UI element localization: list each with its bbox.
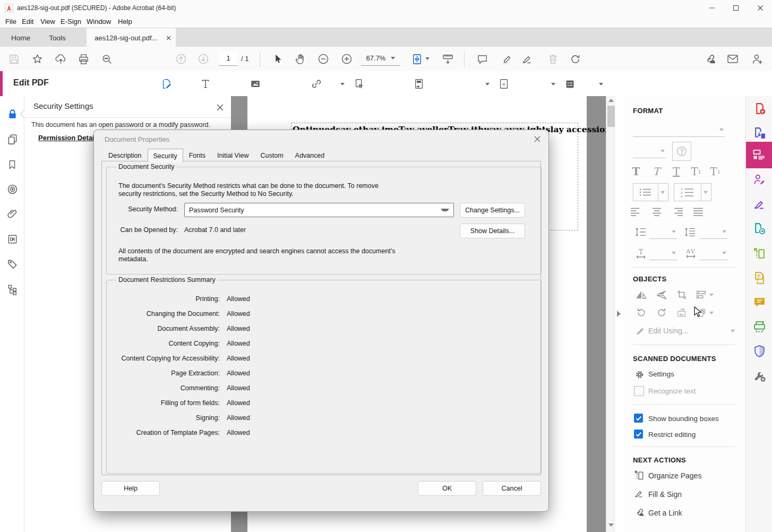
caret-down-icon[interactable] — [425, 57, 430, 60]
align-objects-icon[interactable] — [694, 288, 708, 301]
character-spacing-dropdown[interactable] — [700, 246, 727, 260]
font-size-dropdown[interactable] — [633, 144, 666, 158]
search-icon[interactable] — [100, 52, 114, 66]
share-for-review-icon[interactable] — [752, 221, 766, 235]
select-tool-icon[interactable] — [271, 52, 285, 66]
flip-horizontal-icon[interactable] — [634, 288, 648, 301]
organize-pages-tool-icon[interactable] — [752, 246, 766, 260]
menu-window[interactable]: Window — [87, 18, 111, 25]
scan-settings-button[interactable]: Settings — [648, 370, 674, 378]
align-justify-icon[interactable] — [691, 205, 707, 218]
caret-down-icon[interactable] — [709, 294, 714, 296]
expand-panel-icon[interactable] — [617, 311, 621, 317]
print-icon[interactable] — [76, 52, 90, 66]
numbered-list-button[interactable]: 123 — [674, 183, 701, 201]
combine-files-icon[interactable] — [752, 271, 766, 285]
more-tools-rail-icon[interactable] — [752, 368, 766, 382]
scroll-down-icon[interactable] — [608, 524, 614, 527]
organize-pages-action[interactable]: Organize Pages — [648, 471, 701, 480]
comment-icon[interactable] — [475, 52, 489, 66]
cancel-button[interactable]: Cancel — [483, 481, 541, 496]
zoom-out-icon[interactable] — [316, 52, 330, 66]
subscript-icon[interactable]: T1 — [707, 164, 724, 179]
tab-tools[interactable]: Tools — [41, 28, 73, 47]
tab-fonts[interactable]: Fonts — [183, 149, 211, 162]
bold-icon[interactable]: T — [628, 164, 644, 179]
change-settings-button[interactable]: Change Settings... — [460, 203, 525, 218]
paragraph-spacing-dropdown[interactable] — [700, 225, 727, 239]
email-icon[interactable] — [726, 52, 740, 66]
menu-file[interactable]: File — [5, 18, 16, 25]
align-center-icon[interactable] — [650, 205, 666, 218]
save-icon[interactable] — [7, 52, 21, 66]
cloud-upload-icon[interactable] — [54, 52, 67, 66]
reset-rotate-icon[interactable] — [568, 52, 582, 66]
ok-button[interactable]: OK — [418, 481, 476, 496]
maximize-button[interactable] — [727, 1, 745, 15]
numbered-list-caret[interactable] — [700, 183, 711, 201]
show-bounding-boxes-label[interactable]: Show bounding boxes — [648, 415, 719, 423]
menu-edit[interactable]: Edit — [22, 18, 33, 25]
help-button[interactable]: Help — [101, 481, 160, 496]
request-esignatures-icon[interactable] — [752, 173, 766, 186]
font-family-dropdown[interactable] — [633, 123, 725, 137]
scroll-up-icon[interactable] — [608, 99, 614, 102]
bullet-list-caret[interactable] — [657, 183, 668, 201]
tags-icon[interactable] — [6, 258, 19, 270]
export-pdf-icon[interactable] — [752, 126, 766, 140]
page-number-input[interactable]: 1 — [219, 51, 238, 66]
comment-tool-icon[interactable] — [752, 295, 766, 309]
italic-icon[interactable]: T — [648, 164, 664, 179]
tab-security[interactable]: Security — [148, 149, 183, 162]
close-window-button[interactable] — [751, 1, 769, 15]
layers-icon[interactable] — [6, 233, 19, 245]
align-right-icon[interactable] — [671, 205, 687, 218]
security-lock-icon[interactable] — [6, 108, 19, 121]
next-page-icon[interactable] — [196, 52, 210, 66]
add-user-icon[interactable] — [750, 52, 764, 66]
minimize-button[interactable] — [703, 1, 721, 15]
align-left-icon[interactable] — [629, 205, 645, 218]
horizontal-scale-dropdown[interactable] — [649, 246, 677, 260]
zoom-level-dropdown[interactable]: 67.7% — [361, 51, 400, 66]
sign-icon[interactable] — [520, 52, 534, 66]
crop-object-icon[interactable] — [675, 288, 689, 301]
show-bounding-boxes-checkbox[interactable] — [634, 414, 643, 423]
tab-advanced[interactable]: Advanced — [289, 149, 331, 162]
flip-vertical-icon[interactable] — [655, 288, 668, 301]
recognize-text-label[interactable]: Recognize text — [648, 387, 696, 395]
underline-icon[interactable]: T — [668, 164, 684, 179]
protect-icon[interactable] — [752, 344, 766, 358]
tab-initial-view[interactable]: Initial View — [211, 149, 255, 162]
pages-icon[interactable] — [6, 133, 19, 145]
share-link-icon[interactable] — [703, 52, 717, 66]
permission-details-link[interactable]: Permission Details — [38, 134, 100, 142]
tab-home[interactable]: Home — [3, 28, 38, 47]
menu-view[interactable]: View — [40, 18, 55, 25]
menu-esign[interactable]: E-Sign — [61, 18, 81, 25]
destinations-icon[interactable] — [6, 183, 19, 195]
tab-custom[interactable]: Custom — [254, 149, 289, 162]
recognize-text-checkbox[interactable] — [634, 386, 644, 396]
tab-description[interactable]: Description — [102, 149, 148, 162]
format-help-button[interactable] — [672, 142, 691, 161]
menu-help[interactable]: Help — [118, 18, 132, 25]
security-method-dropdown[interactable]: Password Security — [184, 203, 454, 217]
edit-pdf-tool-icon[interactable] — [752, 148, 766, 162]
rotate-left-icon[interactable] — [634, 306, 648, 319]
bullet-list-button[interactable] — [633, 183, 658, 201]
fill-sign-action[interactable]: Fill & Sign — [648, 490, 682, 499]
tab-document[interactable]: aes128-sig-out.pdf... — [87, 28, 176, 47]
delete-icon[interactable] — [546, 52, 560, 66]
tab-close-icon[interactable] — [165, 35, 171, 41]
superscript-icon[interactable]: T1 — [688, 164, 705, 179]
create-pdf-icon[interactable] — [752, 101, 766, 115]
bookmarks-icon[interactable] — [6, 158, 19, 171]
zoom-in-icon[interactable] — [340, 52, 354, 66]
vertical-scrollbar[interactable] — [606, 96, 616, 532]
dialog-close-icon[interactable] — [534, 135, 541, 143]
highlight-icon[interactable] — [500, 52, 513, 66]
replace-image-icon[interactable] — [675, 306, 689, 319]
rotate-right-icon[interactable] — [655, 306, 668, 319]
caret-down-icon[interactable] — [709, 312, 714, 314]
